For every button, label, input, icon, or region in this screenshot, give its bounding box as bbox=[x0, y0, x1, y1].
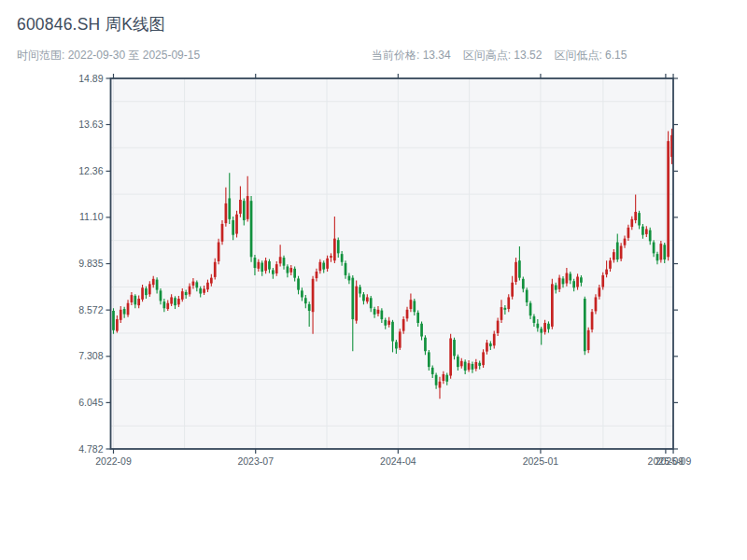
candle-body bbox=[206, 283, 209, 289]
candle-body bbox=[439, 382, 442, 388]
y-axis-label: 13.63 bbox=[78, 119, 103, 130]
y-axis-label: 12.36 bbox=[78, 165, 103, 176]
candle-body bbox=[214, 262, 217, 277]
candle-body bbox=[297, 278, 300, 289]
candle-body bbox=[318, 262, 321, 271]
candle-body bbox=[613, 252, 615, 259]
candle-body bbox=[656, 254, 659, 260]
candle-body bbox=[388, 321, 390, 325]
candle-body bbox=[166, 303, 169, 309]
candle-body bbox=[174, 298, 176, 305]
candle bbox=[355, 280, 358, 323]
candle-body bbox=[482, 352, 485, 365]
candle-body bbox=[228, 198, 231, 218]
candle-body bbox=[518, 260, 521, 277]
candle-body bbox=[540, 329, 543, 332]
plot-area bbox=[111, 78, 674, 449]
candle-body bbox=[254, 258, 257, 268]
candle-body bbox=[449, 338, 452, 375]
candle-body bbox=[312, 279, 315, 312]
candle-body bbox=[638, 213, 641, 225]
candle-body bbox=[620, 245, 623, 259]
candle-body bbox=[348, 276, 351, 281]
candle-body bbox=[555, 286, 557, 290]
candle-body bbox=[351, 278, 354, 319]
candle-body bbox=[609, 260, 612, 269]
candle-body bbox=[457, 357, 459, 367]
candle-body bbox=[493, 334, 496, 346]
candle bbox=[591, 309, 594, 332]
candle-body bbox=[653, 243, 655, 254]
candle-body bbox=[177, 299, 180, 304]
candle-body bbox=[366, 297, 369, 301]
candle-body bbox=[374, 309, 376, 315]
candle-body bbox=[250, 201, 253, 257]
candle-body bbox=[195, 282, 198, 287]
candle-body bbox=[500, 307, 503, 320]
candle-body bbox=[428, 352, 430, 367]
candle bbox=[667, 132, 669, 261]
candle-body bbox=[468, 363, 471, 370]
candle-body bbox=[293, 269, 296, 278]
candle-body bbox=[322, 263, 325, 270]
candle-body bbox=[472, 364, 474, 370]
candle-body bbox=[127, 303, 130, 315]
candle-body bbox=[584, 299, 586, 351]
candle-body bbox=[627, 228, 630, 238]
candle-body bbox=[156, 280, 159, 290]
candle-body bbox=[645, 229, 648, 233]
candle-body bbox=[435, 375, 438, 385]
candle-body bbox=[283, 258, 286, 266]
candle bbox=[551, 279, 554, 329]
candle-body bbox=[333, 239, 336, 261]
candle bbox=[399, 329, 402, 350]
candle-body bbox=[391, 322, 394, 342]
candle-body bbox=[148, 284, 151, 294]
candle-body bbox=[380, 311, 383, 319]
candle-body bbox=[112, 311, 115, 330]
candle-body bbox=[163, 301, 166, 308]
y-axis-label: 4.782 bbox=[78, 443, 103, 455]
candle-body bbox=[131, 295, 134, 302]
candle-body bbox=[116, 319, 119, 331]
candle-body bbox=[123, 309, 126, 314]
candle-body bbox=[489, 343, 492, 346]
candle-body bbox=[203, 288, 205, 292]
candle-body bbox=[667, 141, 669, 257]
candle-body bbox=[261, 263, 263, 272]
candle-body bbox=[275, 264, 278, 273]
candle bbox=[595, 294, 598, 314]
candle-body bbox=[587, 330, 590, 350]
x-axis-label: 2023-07 bbox=[237, 455, 274, 467]
candle-body bbox=[443, 374, 445, 381]
candle-body bbox=[341, 254, 344, 262]
candle-body bbox=[591, 312, 594, 329]
candle-body bbox=[221, 224, 224, 242]
candle-body bbox=[362, 294, 365, 301]
candle-body bbox=[301, 290, 303, 297]
candle-body bbox=[529, 303, 532, 315]
candle bbox=[112, 308, 115, 333]
candle-body bbox=[526, 290, 529, 302]
candle-body bbox=[522, 279, 525, 289]
candle bbox=[587, 328, 590, 353]
candle-body bbox=[598, 287, 600, 296]
candle bbox=[250, 196, 253, 262]
candle-body bbox=[345, 263, 347, 275]
candle-body bbox=[243, 201, 246, 220]
x-axis-label: 2025-09 bbox=[655, 455, 692, 467]
candle-body bbox=[239, 200, 242, 214]
y-axis-label: 11.10 bbox=[79, 211, 104, 222]
candle-body bbox=[572, 281, 575, 287]
candle-body bbox=[533, 316, 536, 323]
candle-body bbox=[137, 299, 140, 305]
candle-body bbox=[616, 243, 619, 259]
candle-body bbox=[377, 310, 380, 314]
candle-body bbox=[289, 268, 292, 273]
candle-body bbox=[460, 361, 463, 366]
x-axis-label: 2024-04 bbox=[380, 455, 416, 467]
y-axis-label: 14.89 bbox=[78, 73, 103, 84]
candle-body bbox=[410, 300, 413, 309]
candle-body bbox=[192, 282, 195, 286]
candle-body bbox=[504, 308, 507, 310]
